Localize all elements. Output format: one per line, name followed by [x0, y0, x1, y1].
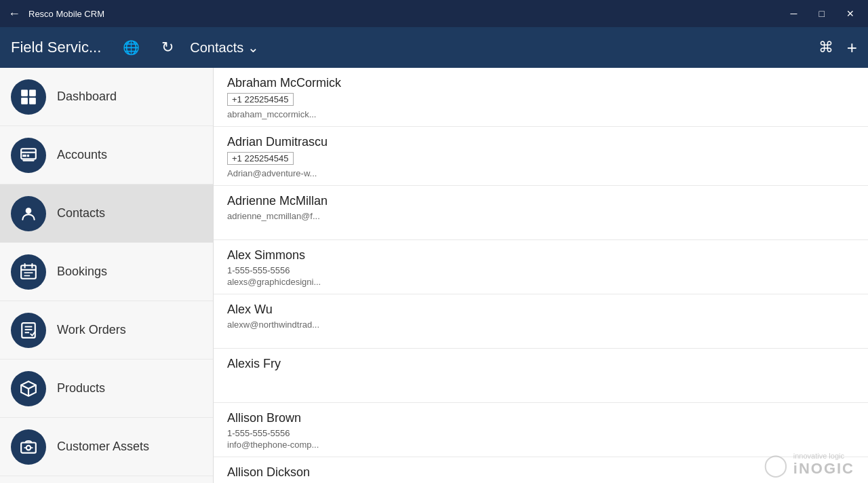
title-bar: ← Resco Mobile CRM ─ □ ✕	[0, 0, 868, 27]
contact-email: adrienne_mcmillan@f...	[227, 211, 854, 221]
sidebar-item-work-orders-label: Work Orders	[57, 323, 126, 337]
sidebar-item-accounts[interactable]: Accounts	[0, 126, 213, 185]
contact-item[interactable]: Abraham McCormick+1 225254545abraham_mcc…	[214, 68, 868, 127]
contact-phone[interactable]: +1 225254545	[227, 152, 294, 165]
contact-name: Alex Simmons	[227, 248, 854, 263]
contact-phone[interactable]: +1 225254545	[227, 93, 294, 106]
sidebar-item-products-label: Products	[57, 381, 105, 395]
svg-rect-16	[22, 323, 35, 338]
dashboard-icon	[20, 88, 37, 106]
sidebar-item-customer-assets-label: Customer Assets	[57, 440, 149, 454]
contact-name: Allison Dickson	[227, 465, 854, 480]
contact-item[interactable]: Alex Simmons1-555-555-5556alexs@graphicd…	[214, 240, 868, 294]
contact-email: abraham_mccormick...	[227, 109, 854, 119]
back-button[interactable]: ←	[8, 7, 20, 21]
svg-rect-3	[29, 98, 36, 104]
sidebar-item-work-orders[interactable]: Work Orders	[0, 301, 213, 360]
contact-name: Alexis Fry	[227, 357, 854, 371]
contact-email: info@thephone-comp...	[227, 440, 854, 450]
refresh-icon[interactable]: ↻	[156, 36, 179, 59]
contact-name: Adrienne McMillan	[227, 194, 854, 208]
accounts-icon	[20, 147, 37, 164]
app-section-title: Field Servic...	[11, 39, 101, 56]
svg-rect-10	[21, 265, 36, 279]
main-layout: Dashboard Accounts	[0, 68, 868, 483]
contact-name: Allison Brown	[227, 411, 854, 425]
contact-name: Alex Wu	[227, 303, 854, 317]
contact-item[interactable]: Alex Wualexw@northwindtrad...	[214, 294, 868, 349]
contacts-label: Contacts	[190, 40, 243, 56]
watermark-sub: innovative logic	[793, 452, 854, 460]
contact-email: alexw@northwindtrad...	[227, 320, 854, 330]
svg-rect-7	[27, 154, 29, 156]
svg-point-24	[26, 445, 31, 450]
bookings-icon	[20, 263, 37, 281]
svg-rect-2	[21, 98, 28, 104]
customer-assets-icon-circle	[11, 429, 46, 465]
work-orders-icon	[20, 322, 37, 339]
contact-item[interactable]: Alexis Fry	[214, 349, 868, 403]
window-controls: ─ □ ✕	[785, 5, 860, 22]
contacts-icon-circle	[11, 196, 46, 231]
sidebar-item-bookings[interactable]: Bookings	[0, 243, 213, 301]
svg-rect-1	[29, 90, 36, 96]
dashboard-icon-circle	[11, 79, 46, 115]
svg-rect-0	[21, 90, 28, 96]
sidebar-item-bookings-label: Bookings	[57, 265, 107, 279]
globe-icon[interactable]: 🌐	[117, 37, 145, 58]
accounts-icon-circle	[11, 138, 46, 173]
sidebar: Dashboard Accounts	[0, 68, 214, 483]
maximize-button[interactable]: □	[814, 5, 830, 22]
sidebar-item-products[interactable]: Products	[0, 360, 213, 418]
bookings-icon-circle	[11, 254, 46, 290]
svg-line-22	[28, 385, 36, 388]
contact-phone: 1-555-555-5556	[227, 428, 854, 438]
sidebar-item-customer-assets[interactable]: Customer Assets	[0, 418, 213, 476]
sidebar-item-contacts[interactable]: Contacts	[0, 185, 213, 243]
watermark-main: iNOGIC	[793, 460, 854, 478]
sidebar-item-dashboard[interactable]: Dashboard	[0, 68, 213, 126]
contact-phone: 1-555-555-5556	[227, 265, 854, 275]
contact-item[interactable]: Allison Brown1-555-555-5556info@thephone…	[214, 403, 868, 457]
svg-rect-23	[21, 442, 36, 452]
sidebar-item-accounts-label: Accounts	[57, 148, 107, 162]
products-icon	[20, 380, 37, 398]
minimize-button[interactable]: ─	[785, 5, 803, 22]
close-button[interactable]: ✕	[841, 5, 860, 22]
contacts-dropdown-button[interactable]: Contacts ⌄	[190, 39, 259, 56]
watermark: ◯ innovative logic iNOGIC	[764, 452, 854, 478]
nav-right-actions: ⌘ +	[818, 37, 857, 58]
contact-list: Abraham McCormick+1 225254545abraham_mcc…	[214, 68, 868, 483]
sidebar-item-dashboard-label: Dashboard	[57, 90, 117, 104]
location-icon[interactable]: ⌘	[818, 39, 833, 56]
contact-email: alexs@graphicdesigni...	[227, 277, 854, 287]
svg-rect-6	[22, 154, 26, 156]
contact-name: Adrian Dumitrascu	[227, 135, 854, 149]
contact-item[interactable]: Adrian Dumitrascu+1 225254545Adrian@adve…	[214, 127, 868, 186]
svg-line-21	[21, 385, 28, 388]
app-title: Resco Mobile CRM	[28, 9, 777, 19]
contacts-icon	[20, 205, 37, 223]
contact-item[interactable]: Adrienne McMillanadrienne_mcmillan@f...	[214, 186, 868, 240]
svg-rect-4	[21, 149, 36, 159]
nav-bar: Field Servic... 🌐 ↻ Contacts ⌄ ⌘ +	[0, 27, 868, 68]
svg-point-9	[26, 208, 32, 214]
sidebar-item-contacts-label: Contacts	[57, 206, 105, 220]
work-orders-icon-circle	[11, 313, 46, 348]
svg-rect-8	[22, 159, 34, 161]
customer-assets-icon	[20, 438, 37, 456]
contact-email: Adrian@adventure-w...	[227, 168, 854, 178]
add-icon[interactable]: +	[847, 37, 857, 58]
products-icon-circle	[11, 371, 46, 406]
contact-name: Abraham McCormick	[227, 76, 854, 90]
chevron-down-icon: ⌄	[248, 39, 259, 56]
